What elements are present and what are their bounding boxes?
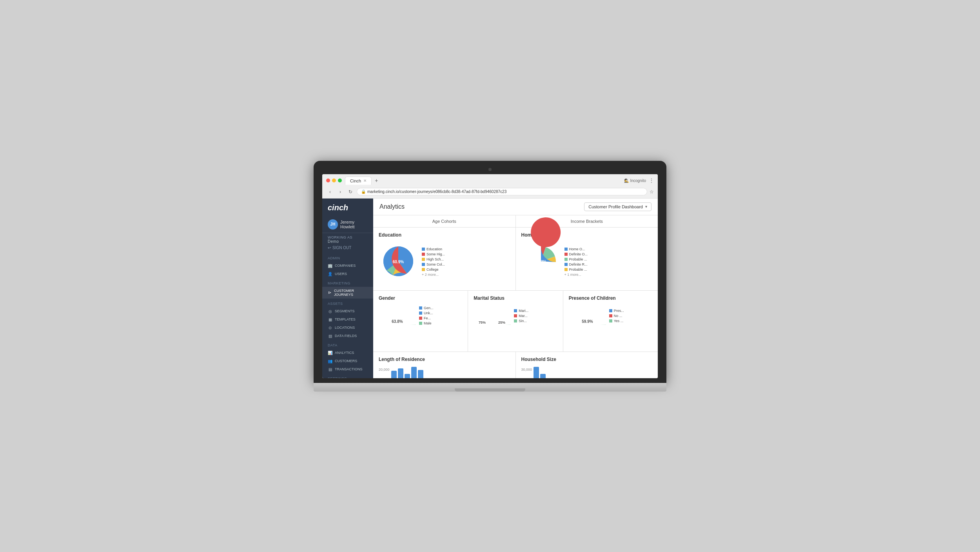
templates-icon: ▦ bbox=[328, 317, 332, 322]
traffic-lights bbox=[326, 179, 342, 182]
sidebar-item-customers[interactable]: 👥 CUSTOMERS bbox=[322, 357, 373, 365]
browser-menu-button[interactable]: ⋮ bbox=[649, 178, 654, 183]
legend-label: Definite O... bbox=[569, 252, 588, 256]
bar-item bbox=[391, 371, 397, 378]
education-chart-inner: 60.9% Education bbox=[379, 242, 510, 282]
dashboard-selector[interactable]: Customer Profile Dashboard ▾ bbox=[584, 202, 652, 211]
gender-card: Gender bbox=[373, 291, 468, 352]
legend-color bbox=[419, 322, 422, 325]
sidebar-item-templates[interactable]: ▦ TEMPLATES bbox=[322, 315, 373, 324]
legend-label: Pres... bbox=[614, 309, 624, 313]
home-ownership-more: + 1 more... bbox=[564, 273, 588, 277]
legend-item: Gen... bbox=[419, 306, 434, 310]
bars-container bbox=[534, 367, 652, 378]
svg-text:75%: 75% bbox=[479, 321, 486, 324]
education-legend: Education Some Hig... High bbox=[422, 247, 445, 277]
home-ownership-pie: 82.3% bbox=[521, 242, 561, 282]
marital-legend: Mari... Mar... Sin... bbox=[514, 309, 528, 324]
avatar: JH bbox=[328, 219, 338, 230]
close-button[interactable] bbox=[326, 179, 330, 182]
legend-color bbox=[609, 319, 612, 322]
legend-color bbox=[422, 268, 425, 271]
working-as-label: WORKING AS Demo bbox=[322, 233, 373, 244]
gender-title: Gender bbox=[379, 295, 462, 301]
active-tab[interactable]: Cinch ✕ bbox=[345, 177, 372, 185]
y-axis-label: 30,000 bbox=[521, 368, 532, 372]
refresh-button[interactable]: ↻ bbox=[347, 188, 354, 196]
legend-label: Male bbox=[424, 321, 432, 325]
home-ownership-legend: Home O... Definite O... Pr bbox=[564, 247, 588, 277]
legend-label: Home O... bbox=[569, 247, 585, 251]
home-ownership-chart-inner: 82.3% Home O... bbox=[521, 242, 653, 282]
tab-title: Cinch bbox=[350, 179, 361, 183]
legend-item: College bbox=[422, 268, 445, 271]
section-settings: Settings bbox=[322, 373, 373, 378]
legend-label: Yes ... bbox=[614, 319, 624, 323]
legend-item: Mari... bbox=[514, 309, 528, 313]
minimize-button[interactable] bbox=[332, 179, 336, 182]
svg-text:60.9%: 60.9% bbox=[393, 260, 404, 264]
legend-label: Gen... bbox=[424, 306, 434, 310]
incognito-badge: 🕵 Incognito bbox=[624, 179, 646, 183]
presence-gauge-svg: 59.9% bbox=[569, 305, 606, 326]
legend-item: Education bbox=[422, 247, 445, 251]
age-cohorts-card: Age Cohorts bbox=[373, 215, 516, 227]
section-admin: Admin bbox=[322, 253, 373, 262]
legend-label: College bbox=[426, 268, 439, 271]
sidebar-item-segments[interactable]: ◎ SEGMENTS bbox=[322, 307, 373, 315]
legend-label: Unk... bbox=[424, 311, 433, 315]
legend-item: Probable ... bbox=[564, 257, 588, 261]
legend-item: No ... bbox=[609, 314, 624, 318]
y-axis-label: 20,000 bbox=[379, 368, 390, 372]
legend-item: Yes ... bbox=[609, 319, 624, 323]
legend-color bbox=[422, 248, 425, 251]
presence-children-card: Presence of Children bbox=[563, 291, 658, 352]
browser-nav-bar: ‹ › ↻ 🔒 marketing.cinch.io/customer-jour… bbox=[322, 186, 658, 198]
marital-chart-inner: 75% 25% Mari... bbox=[474, 305, 557, 328]
forward-button[interactable]: › bbox=[336, 188, 344, 196]
address-bar[interactable]: 🔒 marketing.cinch.io/customer-journeys/e… bbox=[357, 188, 647, 195]
sidebar-item-data-fields[interactable]: ▤ DATA FIELDS bbox=[322, 332, 373, 340]
back-button[interactable]: ‹ bbox=[326, 188, 334, 196]
legend-label: Sin... bbox=[519, 319, 527, 323]
bar-item bbox=[540, 374, 546, 378]
tab-close-button[interactable]: ✕ bbox=[363, 179, 367, 183]
customers-label: CUSTOMERS bbox=[335, 359, 357, 363]
browser-tabs: Cinch ✕ + bbox=[345, 177, 621, 185]
customer-journeys-icon: ⊳ bbox=[328, 290, 332, 295]
legend-label: Definite R... bbox=[569, 262, 588, 266]
maximize-button[interactable] bbox=[338, 179, 342, 182]
bar-item bbox=[411, 367, 417, 378]
legend-item: Unk... bbox=[419, 311, 434, 315]
data-fields-icon: ▤ bbox=[328, 334, 332, 338]
bars-container bbox=[391, 367, 510, 378]
browser-top-bar: Cinch ✕ + 🕵 Incognito ⋮ bbox=[322, 174, 658, 186]
charts-area: Age Cohorts Income Brackets Education bbox=[373, 215, 658, 378]
legend-label: Probable ... bbox=[569, 257, 587, 261]
screen-bezel: Cinch ✕ + 🕵 Incognito ⋮ ‹ › ↻ bbox=[314, 161, 666, 383]
analytics-label: ANALYTICS bbox=[335, 351, 354, 355]
sidebar-item-customer-journeys[interactable]: ⊳ CUSTOMER JOURNEYS bbox=[322, 287, 373, 299]
sidebar-item-companies[interactable]: 🏢 COMPANIES bbox=[322, 262, 373, 270]
sign-out-button[interactable]: ↩ SIGN OUT bbox=[322, 244, 373, 253]
user-name: Jeremy Howlett bbox=[340, 220, 368, 229]
bar-item bbox=[534, 367, 539, 378]
sidebar-item-locations[interactable]: ⊙ LOCATIONS bbox=[322, 324, 373, 332]
length-residence-card: Length of Residence 20,000 bbox=[373, 352, 516, 378]
bar-item bbox=[418, 370, 423, 378]
legend-color bbox=[514, 309, 517, 312]
legend-color bbox=[422, 253, 425, 256]
svg-text:59.9%: 59.9% bbox=[582, 319, 593, 324]
sidebar-item-analytics[interactable]: 📊 ANALYTICS bbox=[322, 349, 373, 357]
new-tab-button[interactable]: + bbox=[373, 177, 379, 184]
sidebar-item-users[interactable]: 👤 USERS bbox=[322, 270, 373, 278]
bookmark-icon[interactable]: ☆ bbox=[650, 189, 654, 195]
education-more: + 2 more... bbox=[422, 273, 445, 277]
data-fields-label: DATA FIELDS bbox=[335, 334, 357, 338]
age-cohorts-label: Age Cohorts bbox=[432, 219, 456, 224]
transactions-icon: ▤ bbox=[328, 367, 332, 372]
marital-status-title: Marital Status bbox=[474, 295, 557, 301]
users-icon: 👤 bbox=[328, 272, 332, 276]
sidebar-item-transactions[interactable]: ▤ TRANSACTIONS bbox=[322, 365, 373, 373]
browser-chrome: Cinch ✕ + 🕵 Incognito ⋮ ‹ › ↻ bbox=[322, 174, 658, 199]
